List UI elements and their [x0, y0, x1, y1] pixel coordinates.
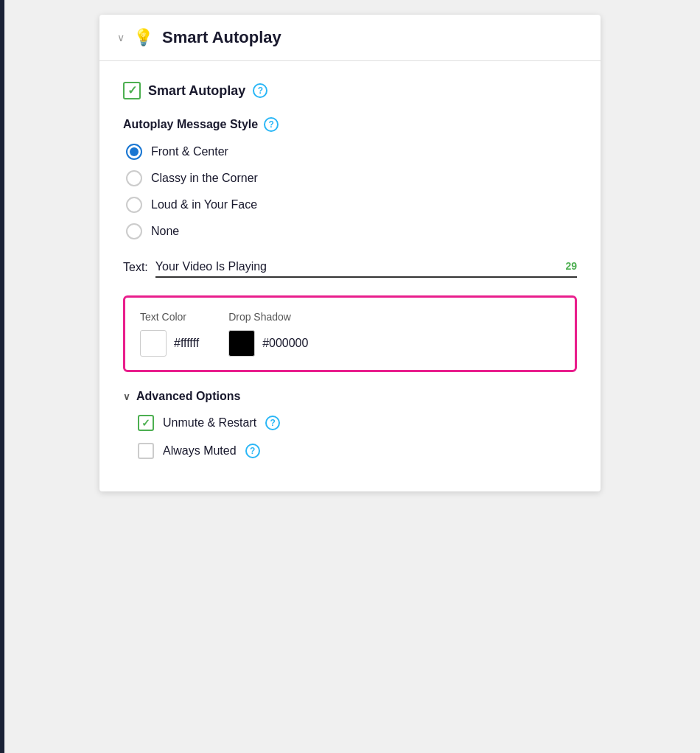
- text-input-wrapper: 29: [155, 257, 577, 278]
- smart-autoplay-label: Smart Autoplay: [148, 83, 245, 99]
- radio-group: Front & Center Classy in the Corner Loud…: [126, 144, 577, 239]
- always-muted-checkbox[interactable]: [138, 443, 154, 459]
- advanced-options-toggle[interactable]: ∨ Advanced Options: [123, 390, 577, 403]
- char-count: 29: [565, 260, 577, 272]
- smart-autoplay-checkbox[interactable]: ✓: [123, 82, 141, 99]
- radio-classy-corner-outer: [126, 170, 142, 186]
- smart-autoplay-panel: ∨ 💡 Smart Autoplay ✓ Smart Autoplay ? Au…: [99, 15, 601, 491]
- text-color-swatch[interactable]: [140, 330, 167, 357]
- color-row: Text Color #ffffff Drop Shadow #000000: [140, 311, 560, 357]
- autoplay-style-help-icon[interactable]: ?: [264, 117, 279, 132]
- text-field-label: Text:: [123, 261, 148, 274]
- radio-front-center-label: Front & Center: [151, 145, 228, 158]
- always-muted-item: Always Muted ?: [138, 443, 577, 459]
- text-input[interactable]: [155, 257, 577, 276]
- radio-none-outer: [126, 223, 142, 239]
- drop-shadow-group: Drop Shadow #000000: [228, 311, 308, 357]
- autoplay-message-style-label: Autoplay Message Style: [123, 118, 258, 131]
- radio-front-center[interactable]: Front & Center: [126, 144, 577, 160]
- text-field-row: Text: 29: [123, 257, 577, 278]
- check-icon: ✓: [127, 85, 137, 97]
- always-muted-label: Always Muted: [163, 444, 237, 458]
- radio-loud-face-label: Loud & in Your Face: [151, 198, 257, 211]
- radio-classy-corner-label: Classy in the Corner: [151, 172, 258, 185]
- drop-shadow-picker-row: #000000: [228, 330, 308, 357]
- drop-shadow-label: Drop Shadow: [228, 311, 308, 323]
- radio-none[interactable]: None: [126, 223, 577, 239]
- text-color-picker-row: #ffffff: [140, 330, 199, 357]
- radio-front-center-inner: [130, 147, 139, 156]
- smart-autoplay-help-icon[interactable]: ?: [253, 83, 267, 98]
- radio-front-center-outer: [126, 144, 142, 160]
- autoplay-message-style-section: Autoplay Message Style ? Front & Center …: [123, 117, 577, 239]
- text-color-hex: #ffffff: [174, 337, 199, 350]
- advanced-options-section: ∨ Advanced Options ✓ Unmute & Restart ? …: [123, 390, 577, 459]
- radio-none-label: None: [151, 225, 179, 238]
- panel-title: Smart Autoplay: [162, 28, 281, 47]
- bulb-icon: 💡: [133, 28, 153, 47]
- panel-header: ∨ 💡 Smart Autoplay: [99, 15, 601, 61]
- collapse-chevron-icon[interactable]: ∨: [117, 32, 125, 43]
- radio-loud-face-outer: [126, 197, 142, 213]
- advanced-options-label: Advanced Options: [136, 390, 240, 403]
- unmute-restart-item: ✓ Unmute & Restart ?: [138, 415, 577, 431]
- drop-shadow-hex: #000000: [262, 337, 308, 350]
- smart-autoplay-row: ✓ Smart Autoplay ?: [123, 82, 577, 99]
- radio-classy-corner[interactable]: Classy in the Corner: [126, 170, 577, 186]
- text-color-label: Text Color: [140, 311, 199, 323]
- drop-shadow-swatch[interactable]: [228, 330, 255, 357]
- color-section: Text Color #ffffff Drop Shadow #000000: [123, 295, 577, 372]
- unmute-restart-help-icon[interactable]: ?: [265, 416, 280, 430]
- unmute-restart-label: Unmute & Restart: [163, 416, 256, 430]
- advanced-chevron-icon: ∨: [123, 391, 130, 402]
- unmute-restart-checkbox[interactable]: ✓: [138, 415, 154, 431]
- autoplay-message-style-title: Autoplay Message Style ?: [123, 117, 577, 132]
- always-muted-help-icon[interactable]: ?: [245, 444, 260, 458]
- radio-loud-face[interactable]: Loud & in Your Face: [126, 197, 577, 213]
- text-color-group: Text Color #ffffff: [140, 311, 199, 357]
- unmute-check-icon: ✓: [141, 417, 150, 429]
- panel-body: ✓ Smart Autoplay ? Autoplay Message Styl…: [99, 61, 601, 491]
